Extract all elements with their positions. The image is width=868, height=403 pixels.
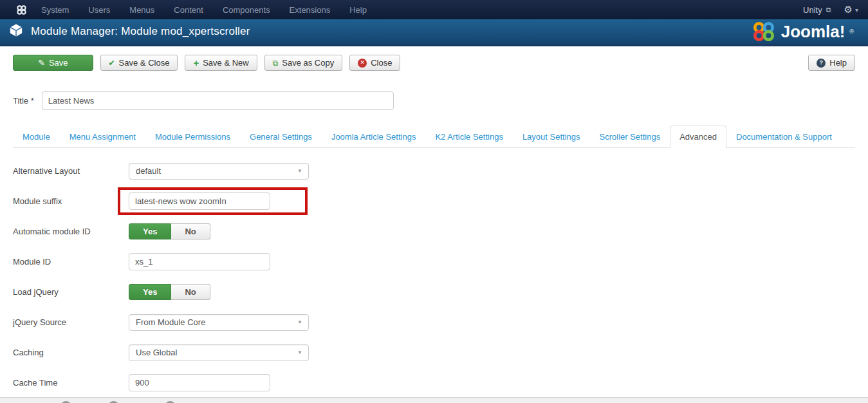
tab-advanced[interactable]: Advanced bbox=[670, 126, 726, 148]
page-header: Module Manager: Module mod_xpertscroller… bbox=[0, 19, 868, 46]
tab-module[interactable]: Module bbox=[13, 126, 60, 148]
jquery-source-select[interactable]: From Module Core ▼ bbox=[129, 314, 309, 331]
select-caret-icon: ▼ bbox=[297, 319, 302, 325]
field-label: Caching bbox=[13, 348, 129, 357]
selected-value: From Module Core bbox=[136, 317, 205, 327]
site-name-label: Unity bbox=[803, 5, 822, 15]
menu-users[interactable]: Users bbox=[88, 5, 110, 15]
caching-select[interactable]: Use Global ▼ bbox=[129, 344, 309, 361]
admin-top-bar: System Users Menus Content Components Ex… bbox=[0, 0, 868, 19]
view-site-link[interactable]: Unity ⧉ bbox=[803, 5, 831, 15]
help-button[interactable]: ? Help bbox=[808, 55, 855, 71]
help-icon: ? bbox=[817, 59, 826, 68]
toggle-yes-button[interactable]: Yes bbox=[129, 223, 171, 239]
module-cube-icon bbox=[9, 23, 23, 40]
field-row-jquery-source: jQuery Source From Module Core ▼ bbox=[13, 314, 855, 331]
select-caret-icon: ▼ bbox=[297, 168, 302, 174]
registered-mark: ® bbox=[849, 28, 854, 35]
topbar-right: Unity ⧉ ⚙ ▾ bbox=[803, 4, 858, 15]
tab-documentation-support[interactable]: Documentation & Support bbox=[726, 126, 842, 148]
save-close-button[interactable]: ✔ Save & Close bbox=[100, 55, 178, 71]
settings-tabs: Module Menu Assignment Module Permission… bbox=[13, 126, 855, 148]
field-row-module-id: Module ID bbox=[13, 253, 855, 270]
field-label: Alternative Layout bbox=[13, 166, 129, 176]
menu-help[interactable]: Help bbox=[349, 5, 367, 15]
field-label: Module suffix bbox=[13, 196, 129, 206]
settings-menu[interactable]: ⚙ ▾ bbox=[844, 4, 858, 15]
tab-joomla-article-settings[interactable]: Joomla Article Settings bbox=[322, 126, 426, 148]
field-row-caching: Caching Use Global ▼ bbox=[13, 344, 855, 361]
tab-k2-article-settings[interactable]: K2 Article Settings bbox=[425, 126, 513, 148]
advanced-settings-form: Alternative Layout default ▼ Module suff… bbox=[0, 148, 868, 403]
save-label: Save bbox=[49, 58, 68, 68]
selected-value: default bbox=[136, 166, 161, 176]
save-button[interactable]: ✎ Save bbox=[13, 55, 93, 71]
menu-extensions[interactable]: Extensions bbox=[290, 5, 331, 15]
joomla-logo: Joomla! ® bbox=[751, 21, 859, 42]
save-copy-label: Save as Copy bbox=[282, 58, 334, 68]
load-jquery-toggle: Yes No bbox=[129, 284, 210, 300]
joomla-logo-text: Joomla! bbox=[781, 22, 845, 42]
field-row-automatic-module-id: Automatic module ID Yes No bbox=[13, 223, 855, 240]
automatic-module-id-toggle: Yes No bbox=[129, 223, 210, 239]
help-label: Help bbox=[829, 58, 847, 68]
page-title: Module Manager: Module mod_xpertscroller bbox=[31, 25, 250, 38]
cache-time-input[interactable] bbox=[129, 374, 270, 391]
copy-icon: ⧉ bbox=[273, 59, 279, 68]
toggle-yes-button[interactable]: Yes bbox=[129, 284, 171, 300]
field-row-module-suffix: Module suffix bbox=[13, 192, 855, 210]
title-input[interactable] bbox=[42, 91, 394, 110]
tab-menu-assignment[interactable]: Menu Assignment bbox=[60, 126, 145, 148]
field-label: Module ID bbox=[13, 257, 129, 267]
menu-menus[interactable]: Menus bbox=[129, 5, 154, 15]
module-suffix-input[interactable] bbox=[129, 192, 270, 210]
gear-icon: ⚙ bbox=[844, 4, 853, 15]
external-link-icon: ⧉ bbox=[826, 6, 831, 14]
tab-scroller-settings[interactable]: Scroller Settings bbox=[590, 126, 670, 148]
module-id-input[interactable] bbox=[129, 253, 270, 270]
save-new-button[interactable]: + Save & New bbox=[185, 55, 257, 71]
plus-icon: + bbox=[193, 57, 199, 68]
toggle-no-button[interactable]: No bbox=[171, 223, 210, 239]
toggle-no-button[interactable]: No bbox=[171, 284, 210, 300]
toolbar: ✎ Save ✔ Save & Close + Save & New ⧉ Sav… bbox=[0, 46, 868, 77]
close-button[interactable]: ✕ Close bbox=[349, 55, 400, 71]
joomla-logo-mark bbox=[751, 21, 777, 42]
field-label: jQuery Source bbox=[13, 317, 129, 327]
close-icon: ✕ bbox=[358, 59, 367, 68]
field-label: Automatic module ID bbox=[13, 227, 129, 236]
selected-value: Use Global bbox=[136, 348, 177, 357]
field-row-load-jquery: Load jQuery Yes No bbox=[13, 283, 855, 301]
menu-content[interactable]: Content bbox=[174, 5, 203, 15]
select-caret-icon: ▼ bbox=[297, 350, 302, 355]
save-pencil-icon: ✎ bbox=[38, 58, 45, 68]
alternative-layout-select[interactable]: default ▼ bbox=[129, 163, 309, 180]
field-label: Cache Time bbox=[13, 378, 129, 388]
tab-module-permissions[interactable]: Module Permissions bbox=[145, 126, 240, 148]
menu-components[interactable]: Components bbox=[223, 5, 270, 15]
save-close-label: Save & Close bbox=[119, 58, 170, 68]
footer-status-bar: ➔ View Site Visitors Admin ✉ Log out Joo… bbox=[0, 397, 868, 403]
tab-general-settings[interactable]: General Settings bbox=[240, 126, 322, 148]
field-label: Load jQuery bbox=[13, 287, 129, 297]
save-copy-button[interactable]: ⧉ Save as Copy bbox=[264, 55, 343, 71]
close-label: Close bbox=[371, 58, 392, 68]
title-field-label: Title * bbox=[13, 96, 34, 106]
save-new-label: Save & New bbox=[203, 58, 249, 68]
joomla-mini-icon bbox=[16, 5, 27, 15]
menu-system[interactable]: System bbox=[41, 5, 69, 15]
check-icon: ✔ bbox=[109, 59, 115, 68]
chevron-down-icon: ▾ bbox=[855, 6, 858, 14]
tab-layout-settings[interactable]: Layout Settings bbox=[513, 126, 590, 148]
field-row-alternative-layout: Alternative Layout default ▼ bbox=[13, 162, 855, 180]
title-row: Title * bbox=[0, 91, 868, 110]
field-row-cache-time: Cache Time bbox=[13, 374, 855, 391]
